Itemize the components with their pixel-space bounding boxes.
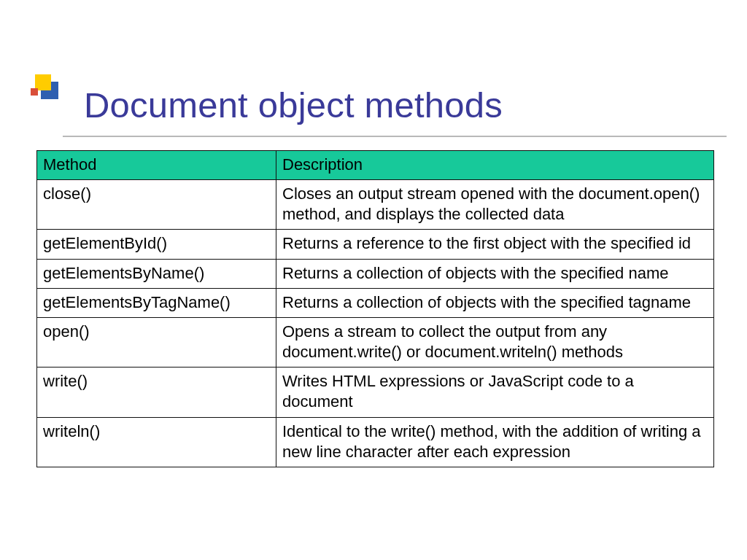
cell-method: close() <box>37 180 276 230</box>
cell-method: writeln() <box>37 417 276 467</box>
cell-method: write() <box>37 368 276 417</box>
slide-title: Document object methods <box>84 85 503 125</box>
cell-description: Returns a collection of objects with the… <box>276 259 714 288</box>
table-row: getElementsByTagName() Returns a collect… <box>37 288 714 317</box>
cell-description: Identical to the write() method, with th… <box>276 417 714 467</box>
table-row: open() Opens a stream to collect the out… <box>37 317 714 367</box>
table-row: write() Writes HTML expressions or JavaS… <box>37 368 714 417</box>
decor-squares-icon <box>26 69 69 120</box>
cell-method: open() <box>37 317 276 367</box>
cell-method: getElementsByName() <box>37 259 276 288</box>
methods-table: Method Description close() Closes an out… <box>36 150 714 467</box>
cell-description: Closes an output stream opened with the … <box>276 180 714 230</box>
table-row: writeln() Identical to the write() metho… <box>37 417 714 467</box>
table-row: close() Closes an output stream opened w… <box>37 180 714 230</box>
cell-description: Opens a stream to collect the output fro… <box>276 317 714 367</box>
col-header-method: Method <box>37 151 276 180</box>
cell-method: getElementById() <box>37 230 276 259</box>
col-header-description: Description <box>276 151 714 180</box>
title-underline <box>63 136 727 137</box>
cell-description: Writes HTML expressions or JavaScript co… <box>276 368 714 417</box>
slide: Document object methods Method Descripti… <box>0 0 747 560</box>
cell-description: Returns a collection of objects with the… <box>276 288 714 317</box>
table-header-row: Method Description <box>37 151 714 180</box>
cell-method: getElementsByTagName() <box>37 288 276 317</box>
table-row: getElementsByName() Returns a collection… <box>37 259 714 288</box>
table-row: getElementById() Returns a reference to … <box>37 230 714 259</box>
cell-description: Returns a reference to the first object … <box>276 230 714 259</box>
